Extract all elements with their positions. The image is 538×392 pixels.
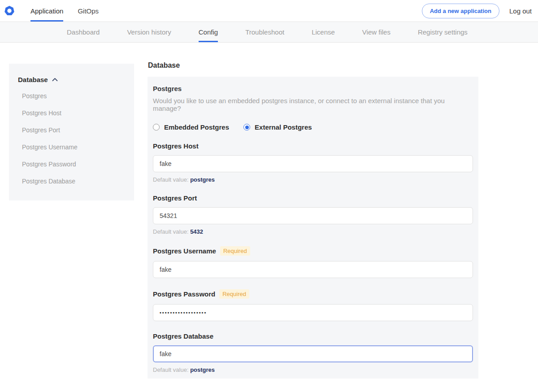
default-value-text: postgres bbox=[190, 176, 215, 183]
sidebar-group-database[interactable]: Database bbox=[9, 76, 134, 83]
field-label-text: Postgres Host bbox=[153, 142, 199, 150]
tab-gitops-label: GitOps bbox=[78, 7, 99, 15]
postgres-username-input[interactable] bbox=[153, 261, 473, 278]
chevron-up-icon bbox=[52, 78, 58, 82]
tab-gitops[interactable]: GitOps bbox=[78, 0, 99, 22]
subnav-item-license[interactable]: License bbox=[312, 22, 335, 42]
subnav-item-registry-settings[interactable]: Registry settings bbox=[418, 22, 468, 42]
postgres-database-default: Default value: postgres bbox=[153, 366, 473, 373]
subnav-item-view-files[interactable]: View files bbox=[362, 22, 390, 42]
app-subnav: Dashboard Version history Config Trouble… bbox=[0, 22, 538, 43]
postgres-help-text: Would you like to use an embedded postgr… bbox=[153, 97, 473, 112]
app-logo-icon bbox=[4, 6, 14, 16]
radio-selected-icon bbox=[243, 124, 250, 131]
config-group-panel: Postgres Would you like to use an embedd… bbox=[148, 77, 478, 379]
sidebar-item-postgres-username[interactable]: Postgres Username bbox=[9, 139, 134, 156]
postgres-host-input[interactable] bbox=[153, 155, 473, 172]
postgres-port-label: Postgres Port bbox=[153, 194, 473, 202]
subnav-item-version-history[interactable]: Version history bbox=[127, 22, 171, 42]
subnav-item-config[interactable]: Config bbox=[199, 22, 218, 42]
postgres-radio-group: Embedded Postgres External Postgres bbox=[153, 123, 473, 131]
default-label-text: Default value: bbox=[153, 228, 189, 235]
radio-unselected-icon bbox=[153, 124, 160, 131]
tab-application-label: Application bbox=[30, 7, 63, 15]
top-header: Application GitOps Add a new application… bbox=[0, 0, 538, 22]
postgres-password-input[interactable] bbox=[153, 304, 473, 321]
default-value-text: 5432 bbox=[190, 228, 203, 235]
subnav-item-dashboard[interactable]: Dashboard bbox=[67, 22, 100, 42]
logout-link[interactable]: Log out bbox=[509, 7, 532, 15]
postgres-database-input[interactable] bbox=[153, 345, 473, 362]
sidebar-item-list: Postgres Postgres Host Postgres Port Pos… bbox=[9, 87, 134, 190]
external-postgres-radio-label: External Postgres bbox=[255, 123, 312, 131]
heptagon-ring-icon bbox=[4, 6, 14, 16]
sidebar-item-postgres-port[interactable]: Postgres Port bbox=[9, 122, 134, 139]
required-badge: Required bbox=[219, 289, 249, 299]
sidebar-item-postgres-host[interactable]: Postgres Host bbox=[9, 105, 134, 122]
config-sidebar: Database Postgres Postgres Host Postgres… bbox=[9, 64, 134, 200]
embedded-postgres-radio-label: Embedded Postgres bbox=[164, 123, 229, 131]
default-label-text: Default value: bbox=[153, 366, 189, 373]
page-content: Database Postgres Postgres Host Postgres… bbox=[0, 43, 538, 392]
postgres-group-label: Postgres bbox=[153, 85, 473, 92]
external-postgres-radio[interactable]: External Postgres bbox=[243, 123, 312, 131]
add-new-application-button[interactable]: Add a new application bbox=[422, 4, 499, 18]
sidebar-group-label: Database bbox=[18, 76, 48, 83]
header-right: Add a new application Log out bbox=[422, 0, 538, 22]
sidebar-item-postgres[interactable]: Postgres bbox=[9, 87, 134, 105]
subnav-item-troubleshoot[interactable]: Troubleshoot bbox=[245, 22, 284, 42]
default-value-text: postgres bbox=[190, 366, 215, 373]
default-label-text: Default value: bbox=[153, 176, 189, 183]
tab-application[interactable]: Application bbox=[30, 0, 63, 22]
field-label-text: Postgres Password bbox=[153, 290, 215, 298]
field-label-text: Postgres Username bbox=[153, 247, 216, 255]
field-label-text: Postgres Database bbox=[153, 332, 213, 340]
postgres-password-label: Postgres Password Required bbox=[153, 289, 473, 299]
postgres-host-default: Default value: postgres bbox=[153, 176, 473, 183]
postgres-database-label: Postgres Database bbox=[153, 332, 473, 340]
section-title: Database bbox=[148, 61, 478, 70]
postgres-host-label: Postgres Host bbox=[153, 142, 473, 150]
embedded-postgres-radio[interactable]: Embedded Postgres bbox=[153, 123, 229, 131]
config-main: Database Postgres Would you like to use … bbox=[148, 61, 478, 392]
postgres-port-input[interactable] bbox=[153, 207, 473, 224]
postgres-username-label: Postgres Username Required bbox=[153, 246, 473, 256]
required-badge: Required bbox=[220, 246, 250, 256]
sidebar-item-postgres-password[interactable]: Postgres Password bbox=[9, 156, 134, 173]
postgres-port-default: Default value: 5432 bbox=[153, 228, 473, 235]
sidebar-item-postgres-database[interactable]: Postgres Database bbox=[9, 173, 134, 190]
field-label-text: Postgres Port bbox=[153, 194, 197, 202]
